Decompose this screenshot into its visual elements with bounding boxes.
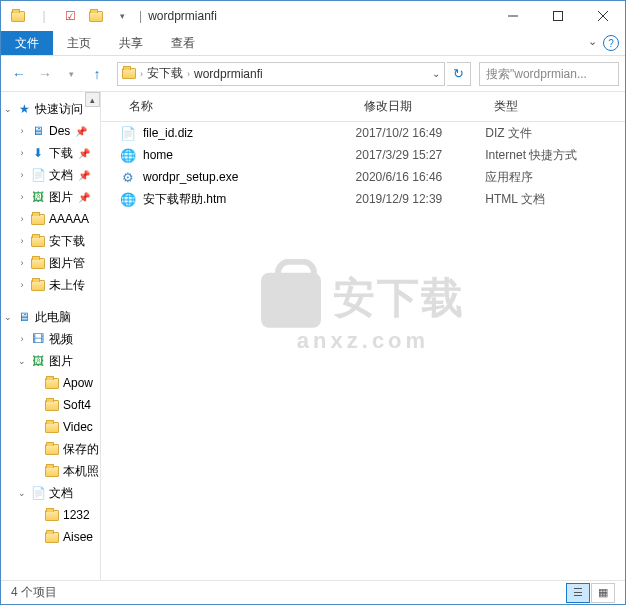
file-type: HTML 文档	[485, 191, 625, 208]
column-headers: 名称 修改日期 类型	[101, 92, 625, 122]
folder-icon	[44, 507, 60, 523]
status-text: 4 个项目	[11, 584, 57, 601]
chevron-down-icon[interactable]: ⌄	[17, 488, 27, 498]
file-date: 2020/6/16 16:46	[356, 170, 486, 184]
sidebar-item[interactable]: 保存的	[1, 438, 100, 460]
explorer-window: | ☑ ▾ | wordprmianfi 文件 主页 共享 查看 ⌄ ? ← →…	[0, 0, 626, 605]
search-input[interactable]	[486, 67, 612, 81]
url-icon: 🌐	[119, 146, 137, 164]
address-dropdown-icon[interactable]: ⌄	[432, 68, 440, 79]
breadcrumb[interactable]: 安下载	[147, 65, 183, 82]
folder-icon	[30, 255, 46, 271]
refresh-button[interactable]: ↻	[447, 62, 471, 86]
qat-separator: |	[33, 5, 55, 27]
file-row[interactable]: ⚙wordpr_setup.exe2020/6/16 16:46应用程序	[101, 166, 625, 188]
up-button[interactable]: ↑	[85, 62, 109, 86]
sidebar-item[interactable]: 本机照	[1, 460, 100, 482]
svg-rect-1	[553, 12, 562, 21]
folder-icon	[30, 233, 46, 249]
file-type: Internet 快捷方式	[485, 147, 625, 164]
folder-icon	[44, 529, 60, 545]
recent-dropdown-icon[interactable]: ▾	[59, 62, 83, 86]
chevron-down-icon[interactable]: ⌄	[3, 312, 13, 322]
navigation-pane: ▴ ⌄ ★ 快速访问 ›🖥Des📌›⬇下载📌›📄文档📌›🖼图片📌›AAAAA›安…	[1, 92, 101, 580]
file-date: 2017/3/29 15:27	[356, 148, 486, 162]
address-bar[interactable]: › 安下载 › wordprmianfi ⌄	[117, 62, 445, 86]
column-name[interactable]: 名称	[101, 98, 356, 115]
sidebar-item[interactable]: Videc	[1, 416, 100, 438]
sidebar-item[interactable]: ›未上传	[1, 274, 100, 296]
download-icon: ⬇	[30, 145, 46, 161]
sidebar-item[interactable]: ›AAAAA	[1, 208, 100, 230]
sidebar-item[interactable]: Apow	[1, 372, 100, 394]
file-date: 2017/10/2 16:49	[356, 126, 486, 140]
htm-icon: 🌐	[119, 190, 137, 208]
file-name: file_id.diz	[143, 126, 356, 140]
tab-share[interactable]: 共享	[105, 31, 157, 55]
sidebar-item[interactable]: ›🖼图片📌	[1, 186, 100, 208]
sidebar-item[interactable]: ›⬇下载📌	[1, 142, 100, 164]
computer-icon: 🖥	[16, 309, 32, 325]
column-type[interactable]: 类型	[486, 98, 616, 115]
sidebar-item[interactable]: Aisee	[1, 526, 100, 548]
scroll-up-icon[interactable]: ▴	[85, 92, 100, 107]
tab-file[interactable]: 文件	[1, 31, 53, 55]
desktop-icon: 🖥	[30, 123, 46, 139]
sidebar-item[interactable]: ›安下载	[1, 230, 100, 252]
file-name: home	[143, 148, 356, 162]
breadcrumb-sep-icon[interactable]: ›	[140, 69, 143, 79]
titlebar: | ☑ ▾ | wordprmianfi	[1, 1, 625, 31]
sidebar-item-docs[interactable]: ⌄ 📄 文档	[1, 482, 100, 504]
title-divider: |	[139, 9, 142, 23]
file-row[interactable]: 📄file_id.diz2017/10/2 16:49DIZ 文件	[101, 122, 625, 144]
qat-properties-icon[interactable]: ☑	[59, 5, 81, 27]
content-area: 名称 修改日期 类型 📄file_id.diz2017/10/2 16:49DI…	[101, 92, 625, 580]
forward-button[interactable]: →	[33, 62, 57, 86]
help-icon[interactable]: ?	[603, 35, 619, 51]
back-button[interactable]: ←	[7, 62, 31, 86]
view-details-button[interactable]: ☰	[566, 583, 590, 603]
search-box[interactable]	[479, 62, 619, 86]
file-row[interactable]: 🌐home2017/3/29 15:27Internet 快捷方式	[101, 144, 625, 166]
chevron-icon[interactable]: ›	[17, 334, 27, 344]
maximize-button[interactable]	[535, 2, 580, 31]
folder-icon	[7, 5, 29, 27]
column-date[interactable]: 修改日期	[356, 98, 486, 115]
qat-dropdown-icon[interactable]: ▾	[111, 5, 133, 27]
breadcrumb[interactable]: wordprmianfi	[194, 67, 263, 81]
sidebar-item[interactable]: ⌄🖼图片	[1, 350, 100, 372]
folder-icon	[44, 375, 60, 391]
expand-ribbon-icon[interactable]: ⌄	[588, 35, 597, 48]
exe-icon: ⚙	[119, 168, 137, 186]
folder-icon	[85, 5, 107, 27]
chevron-down-icon[interactable]: ⌄	[3, 104, 13, 114]
video-icon: 🎞	[30, 331, 46, 347]
tab-home[interactable]: 主页	[53, 31, 105, 55]
picture-icon: 🖼	[30, 189, 46, 205]
chevron-icon[interactable]: ⌄	[17, 356, 27, 366]
watermark: 安下载 anxz.com	[261, 269, 465, 353]
folder-icon	[44, 463, 60, 479]
file-type: DIZ 文件	[485, 125, 625, 142]
navbar: ← → ▾ ↑ › 安下载 › wordprmianfi ⌄ ↻	[1, 56, 625, 92]
file-date: 2019/12/9 12:39	[356, 192, 486, 206]
breadcrumb-sep-icon[interactable]: ›	[187, 69, 190, 79]
sidebar-item[interactable]: ›🖥Des📌	[1, 120, 100, 142]
folder-icon	[122, 68, 136, 79]
tab-view[interactable]: 查看	[157, 31, 209, 55]
bag-icon	[261, 273, 321, 328]
sidebar-item[interactable]: ›🎞视频	[1, 328, 100, 350]
folder-icon	[30, 211, 46, 227]
sidebar-item[interactable]: ›📄文档📌	[1, 164, 100, 186]
sidebar-item[interactable]: Soft4	[1, 394, 100, 416]
sidebar-thispc[interactable]: ⌄ 🖥 此电脑	[1, 306, 100, 328]
sidebar-item[interactable]: 1232	[1, 504, 100, 526]
ribbon-tabs: 文件 主页 共享 查看 ⌄ ?	[1, 31, 625, 56]
close-button[interactable]	[580, 2, 625, 31]
minimize-button[interactable]	[490, 2, 535, 31]
file-type: 应用程序	[485, 169, 625, 186]
file-list: 📄file_id.diz2017/10/2 16:49DIZ 文件🌐home20…	[101, 122, 625, 210]
file-row[interactable]: 🌐安下载帮助.htm2019/12/9 12:39HTML 文档	[101, 188, 625, 210]
sidebar-item[interactable]: ›图片管	[1, 252, 100, 274]
view-icons-button[interactable]: ▦	[591, 583, 615, 603]
